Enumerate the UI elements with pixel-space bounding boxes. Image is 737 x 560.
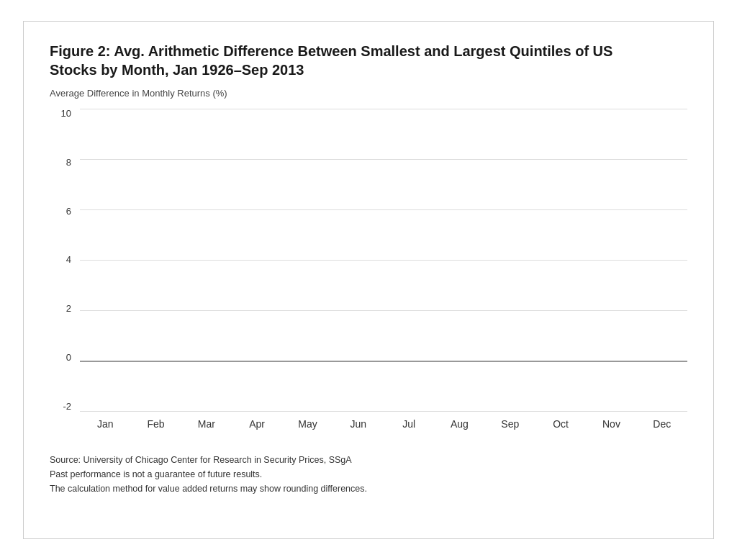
bar-group [282,109,333,411]
bar-group [434,109,484,411]
y-label: 10 [61,109,71,118]
y-label: 4 [66,255,71,264]
bar-group [232,109,282,411]
footnote: Source: University of Chicago Center for… [50,453,687,467]
x-label: Jan [80,412,130,440]
x-label: Mar [181,412,232,440]
x-label: Sep [485,412,535,440]
y-axis: 1086420-2 [50,109,76,411]
footnotes: Source: University of Chicago Center for… [50,453,687,496]
x-label: Dec [637,412,687,440]
x-label: May [282,412,333,440]
chart-container: Figure 2: Avg. Arithmetic Difference Bet… [23,21,714,539]
plot-area [80,109,687,411]
footnote: Past performance is not a guarantee of f… [50,467,687,482]
bar-group [130,109,181,411]
y-label: 6 [66,207,71,216]
x-axis: JanFebMarAprMayJunJulAugSepOctNovDec [80,412,687,440]
chart-title: Figure 2: Avg. Arithmetic Difference Bet… [50,42,640,79]
y-label: 8 [66,158,71,167]
y-label: 0 [66,353,71,362]
footnote: The calculation method for value added r… [50,482,687,496]
grid-line [80,411,687,412]
chart-area: 1086420-2 JanFebMarAprMayJunJulAugSepOct… [50,109,687,440]
bar-group [333,109,384,411]
x-label: Jul [384,412,434,440]
bars-row [80,109,687,411]
x-label: Jun [333,412,384,440]
bar-group [181,109,232,411]
x-label: Nov [586,412,636,440]
bar-group [637,109,687,411]
bar-group [586,109,636,411]
bar-group [80,109,130,411]
chart-subtitle: Average Difference in Monthly Returns (%… [50,88,687,99]
bar-group [485,109,535,411]
x-label: Oct [535,412,586,440]
x-label: Feb [130,412,181,440]
y-label: -2 [63,402,71,411]
bar-group [535,109,586,411]
x-label: Apr [232,412,282,440]
bar-group [384,109,434,411]
y-label: 2 [66,304,71,313]
x-label: Aug [434,412,484,440]
